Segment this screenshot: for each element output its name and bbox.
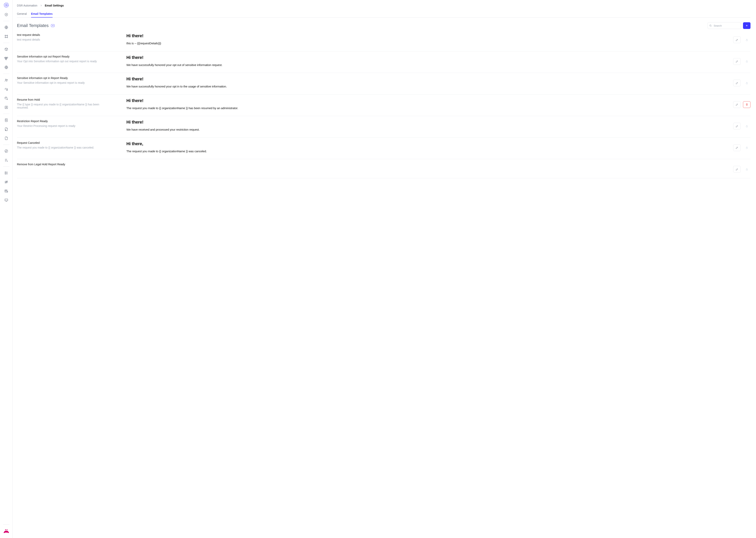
template-meta: Request CanceledThe request you made to … [17,141,108,149]
template-preview: Hi there,The request you made to {{ orga… [126,141,712,154]
template-subtitle: Your Sensitive information opt in reques… [17,81,108,84]
edit-button[interactable] [733,166,741,173]
template-greeting: Hi there, [126,141,712,146]
template-body: this is -- {{{requestDetails}}} [126,41,712,46]
template-preview: Hi there!this is -- {{{requestDetails}}} [126,33,712,46]
breadcrumb-parent[interactable]: DSR Automation [17,4,37,7]
lock-icon [743,80,750,86]
sidebar-divider [3,21,10,21]
template-subtitle: The {{ type }} request you made to {{ or… [17,103,108,109]
svg-point-19 [5,150,8,153]
svg-point-5 [7,35,8,36]
nav-search-doc-icon[interactable] [2,116,10,124]
svg-point-11 [7,90,8,91]
svg-rect-35 [746,169,747,170]
template-body: We have successfully honored your opt ou… [126,63,712,67]
template-actions [731,77,750,86]
template-actions [731,120,750,130]
svg-point-2 [6,5,7,6]
edit-button[interactable] [733,36,741,43]
nav-cube-icon[interactable] [2,45,10,53]
template-row: Sensitive information opt out Report Rea… [17,51,750,73]
svg-rect-33 [746,126,747,127]
template-actions [731,163,750,173]
nav-globe-fill-icon[interactable] [2,63,10,71]
template-meta: Sensitive information opt in Report Read… [17,77,108,84]
svg-rect-20 [5,172,6,173]
template-preview: Hi there!The request you made to {{ orga… [126,98,712,111]
svg-point-18 [5,130,6,131]
nav-infrastructure-icon[interactable] [2,32,10,40]
template-body: We have received and processed your rest… [126,128,712,132]
template-actions [731,33,750,43]
template-greeting: Hi there! [126,98,712,103]
svg-point-26 [7,529,8,530]
nav-policy-doc-icon[interactable] [2,125,10,133]
svg-point-9 [5,79,6,80]
nav-database-gear-icon[interactable] [2,94,10,102]
nav-table-edit-icon[interactable] [2,187,10,195]
template-actions [731,141,750,151]
template-meta: Restriction Report ReadyYour Restrict Pr… [17,120,108,128]
edit-button[interactable] [733,58,741,65]
nav-compass-icon[interactable] [2,147,10,155]
nav-eye-off-icon[interactable] [2,178,10,186]
template-meta: Sensitive information opt out Report Rea… [17,55,108,63]
template-title: test request details [17,33,108,36]
nav-form-icon[interactable] [2,169,10,177]
nav-action-center-icon[interactable] [2,11,10,19]
nav-identity-icon[interactable] [2,103,10,111]
svg-point-6 [5,37,6,38]
nav-transcend-brand-icon[interactable] [2,527,10,535]
template-meta: test request detailstest request details [17,33,108,41]
sidebar-divider [3,524,10,525]
template-row: Request CanceledThe request you made to … [17,138,750,159]
template-title: Restriction Report Ready [17,120,108,123]
lock-icon [743,58,750,65]
template-title: Resume from Hold [17,98,108,101]
lock-icon [743,166,750,173]
tab-general[interactable]: General [17,11,27,17]
svg-rect-30 [746,40,747,41]
edit-button[interactable] [733,144,741,151]
svg-rect-16 [5,119,8,122]
add-template-button[interactable] [743,22,750,29]
template-body: The request you made to {{ organizationN… [126,106,712,111]
tab-email-templates[interactable]: Email Templates [31,11,53,17]
lock-icon [743,144,750,151]
template-greeting: Hi there! [126,77,712,81]
nav-file-check-icon[interactable] [2,134,10,142]
svg-rect-28 [8,532,9,533]
nav-code-monitor-icon[interactable] [2,196,10,204]
edit-button[interactable] [733,80,741,86]
nav-cubes-icon[interactable] [2,54,10,62]
svg-rect-34 [746,147,747,149]
nav-list-plus-icon[interactable] [2,156,10,164]
sidebar [0,0,13,538]
template-subtitle: Your Opt into Sensitive information opt … [17,60,108,63]
svg-point-17 [6,120,7,121]
search-input[interactable] [708,22,741,29]
svg-rect-31 [746,61,747,63]
nav-data-map-icon[interactable] [2,24,10,31]
sidebar-divider [3,74,10,74]
sidebar-divider [3,144,10,145]
edit-button[interactable] [733,123,741,130]
template-row: Resume from HoldThe {{ type }} request y… [17,94,750,116]
template-greeting: Hi there! [126,120,712,125]
template-actions [731,55,750,65]
template-title: Remove from Legal Hold Report Ready [17,163,108,166]
svg-point-4 [5,35,6,36]
nav-dsr-icon[interactable] [2,76,10,84]
template-meta: Resume from HoldThe {{ type }} request y… [17,98,108,109]
svg-rect-24 [5,199,8,201]
nav-consent-icon[interactable] [2,85,10,93]
svg-rect-21 [5,173,6,174]
template-body: The request you made to {{ organizationN… [126,149,712,154]
edit-button[interactable] [733,101,741,108]
lock-icon [743,36,750,43]
template-subtitle: The request you made to {{ organizationN… [17,146,108,149]
delete-button[interactable] [743,101,750,108]
page-title: Email Templates [17,23,55,28]
template-preview: Hi there!We have successfully honored yo… [126,77,712,89]
